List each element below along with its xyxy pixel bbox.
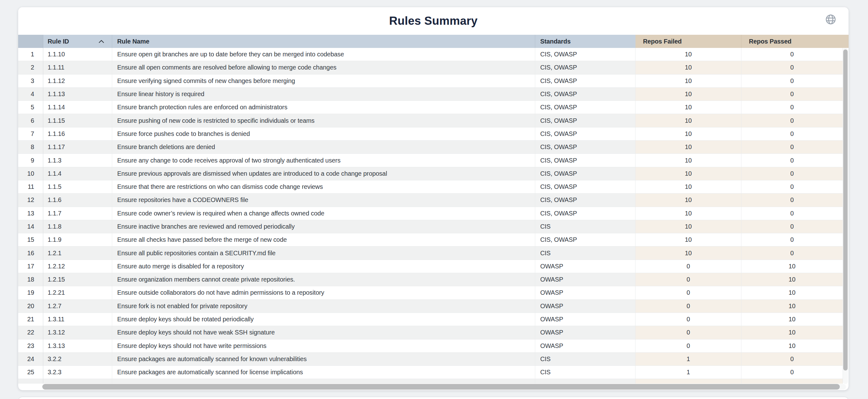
cell-row-number[interactable]: 15 — [18, 233, 43, 246]
cell-standards[interactable]: OWASP — [535, 339, 636, 353]
cell-repos-passed[interactable]: 10 — [741, 313, 843, 326]
cell-rule-name[interactable]: Ensure force pushes code to branches is … — [112, 128, 535, 141]
cell-row-number[interactable]: 5 — [18, 101, 43, 114]
cell-repos-passed[interactable]: 0 — [741, 48, 843, 61]
cell-row-number[interactable]: 19 — [18, 286, 43, 299]
cell-repos-passed[interactable]: 0 — [741, 61, 843, 74]
cell-row-number[interactable]: 13 — [18, 207, 43, 220]
header-cell-standards[interactable]: Standards — [535, 35, 636, 48]
cell-rule-id[interactable]: 1.1.7 — [43, 207, 112, 220]
cell-rule-name[interactable]: Ensure organization members cannot creat… — [112, 273, 535, 286]
cell-repos-passed[interactable]: 0 — [741, 88, 843, 101]
cell-rule-name[interactable]: Ensure code owner’s review is required w… — [112, 207, 535, 220]
cell-repos-failed[interactable]: 10 — [636, 74, 741, 88]
cell-standards[interactable]: CIS, OWASP — [535, 74, 636, 88]
cell-standards[interactable]: CIS, OWASP — [535, 167, 636, 180]
cell-repos-failed[interactable]: 0 — [636, 339, 741, 353]
table-row[interactable]: 11.1.10Ensure open git branches are up t… — [18, 48, 848, 61]
cell-rule-name[interactable]: Ensure open git branches are up to date … — [112, 48, 535, 61]
cell-repos-failed[interactable]: 0 — [636, 300, 741, 313]
cell-repos-failed[interactable]: 10 — [636, 220, 741, 233]
table-row[interactable]: 141.1.8Ensure inactive branches are revi… — [18, 220, 848, 233]
table-row[interactable]: 71.1.16Ensure force pushes code to branc… — [18, 128, 848, 141]
cell-row-number[interactable]: 7 — [18, 128, 43, 141]
cell-standards[interactable]: CIS, OWASP — [535, 141, 636, 154]
cell-rule-name[interactable]: Ensure packages are automatically scanne… — [112, 366, 535, 379]
globe-icon[interactable] — [825, 13, 837, 25]
cell-repos-passed[interactable]: 0 — [741, 74, 843, 88]
cell-rule-name[interactable]: Ensure all public repositories contain a… — [112, 246, 535, 260]
cell-repos-failed[interactable]: 10 — [636, 207, 741, 220]
cell-standards[interactable]: OWASP — [535, 273, 636, 286]
cell-standards[interactable]: CIS, OWASP — [535, 88, 636, 101]
cell-repos-passed[interactable]: 10 — [741, 300, 843, 313]
cell-repos-passed[interactable]: 0 — [741, 194, 843, 207]
cell-rule-name[interactable]: Ensure all checks have passed before the… — [112, 233, 535, 246]
cell-repos-failed[interactable]: 10 — [636, 128, 741, 141]
cell-repos-failed[interactable]: 10 — [636, 180, 741, 194]
cell-standards[interactable]: CIS — [535, 366, 636, 379]
cell-rule-id[interactable]: 1.1.8 — [43, 220, 112, 233]
table-row[interactable]: 101.1.4Ensure previous approvals are dis… — [18, 167, 848, 180]
table-row[interactable]: 31.1.12Ensure verifying signed commits o… — [18, 74, 848, 88]
cell-rule-name[interactable]: Ensure any change to code receives appro… — [112, 154, 535, 167]
cell-rule-id[interactable]: 1.1.11 — [43, 61, 112, 74]
cell-repos-passed[interactable]: 10 — [741, 286, 843, 299]
cell-repos-failed[interactable]: 10 — [636, 48, 741, 61]
cell-row-number[interactable]: 3 — [18, 74, 43, 88]
cell-rule-id[interactable]: 1.1.9 — [43, 233, 112, 246]
cell-repos-failed[interactable]: 1 — [636, 366, 741, 379]
cell-rule-id[interactable]: 1.1.4 — [43, 167, 112, 180]
cell-standards[interactable]: CIS, OWASP — [535, 61, 636, 74]
cell-standards[interactable]: CIS, OWASP — [535, 194, 636, 207]
cell-rule-name[interactable]: Ensure previous approvals are dismissed … — [112, 167, 535, 180]
cell-rule-name[interactable]: Ensure fork is not enabled for private r… — [112, 300, 535, 313]
vertical-scrollbar-thumb[interactable] — [843, 49, 848, 370]
cell-standards[interactable]: CIS — [535, 353, 636, 366]
cell-row-number[interactable]: 16 — [18, 246, 43, 260]
cell-standards[interactable]: OWASP — [535, 326, 636, 339]
cell-rule-id[interactable]: 1.1.5 — [43, 180, 112, 194]
cell-row-number[interactable]: 20 — [18, 300, 43, 313]
cell-repos-passed[interactable]: 0 — [741, 353, 843, 366]
cell-rule-id[interactable]: 1.2.15 — [43, 273, 112, 286]
cell-rule-name[interactable]: Ensure pushing of new code is restricted… — [112, 114, 535, 127]
cell-rule-name[interactable]: Ensure inactive branches are reviewed an… — [112, 220, 535, 233]
cell-repos-failed[interactable]: 10 — [636, 154, 741, 167]
cell-repos-failed[interactable]: 10 — [636, 167, 741, 180]
cell-row-number[interactable]: 21 — [18, 313, 43, 326]
cell-rule-id[interactable]: 1.2.21 — [43, 286, 112, 299]
table-row[interactable]: 231.3.13Ensure deploy keys should not ha… — [18, 339, 848, 353]
cell-standards[interactable]: OWASP — [535, 313, 636, 326]
cell-repos-failed[interactable]: 10 — [636, 61, 741, 74]
cell-standards[interactable]: CIS, OWASP — [535, 154, 636, 167]
cell-repos-passed[interactable]: 10 — [741, 326, 843, 339]
cell-repos-failed[interactable]: 10 — [636, 233, 741, 246]
cell-repos-failed[interactable]: 0 — [636, 273, 741, 286]
cell-rule-name[interactable]: Ensure deploy keys should be rotated per… — [112, 313, 535, 326]
cell-standards[interactable]: CIS, OWASP — [535, 48, 636, 61]
cell-repos-failed[interactable]: 0 — [636, 260, 741, 273]
cell-repos-passed[interactable]: 0 — [741, 101, 843, 114]
cell-repos-failed[interactable]: 10 — [636, 88, 741, 101]
cell-row-number[interactable]: 2 — [18, 61, 43, 74]
cell-repos-passed[interactable]: 0 — [741, 180, 843, 194]
cell-repos-passed[interactable]: 0 — [741, 233, 843, 246]
cell-row-number[interactable]: 12 — [18, 194, 43, 207]
cell-row-number[interactable]: 8 — [18, 141, 43, 154]
cell-rule-id[interactable]: 1.1.14 — [43, 101, 112, 114]
table-row[interactable]: 121.1.6Ensure repositories have a CODEOW… — [18, 194, 848, 207]
table-row[interactable]: 253.2.3Ensure packages are automatically… — [18, 366, 848, 379]
cell-rule-id[interactable]: 1.3.12 — [43, 326, 112, 339]
table-row[interactable]: 243.2.2Ensure packages are automatically… — [18, 353, 848, 366]
cell-rule-id[interactable]: 1.3.11 — [43, 313, 112, 326]
cell-rule-id[interactable]: 1.1.10 — [43, 48, 112, 61]
cell-rule-id[interactable]: 1.1.6 — [43, 194, 112, 207]
cell-rule-id[interactable]: 1.1.17 — [43, 141, 112, 154]
table-row[interactable]: 201.2.7Ensure fork is not enabled for pr… — [18, 300, 848, 313]
cell-repos-failed[interactable]: 10 — [636, 114, 741, 127]
cell-standards[interactable]: OWASP — [535, 260, 636, 273]
cell-row-number[interactable]: 22 — [18, 326, 43, 339]
cell-standards[interactable]: CIS, OWASP — [535, 180, 636, 194]
cell-standards[interactable]: CIS, OWASP — [535, 101, 636, 114]
